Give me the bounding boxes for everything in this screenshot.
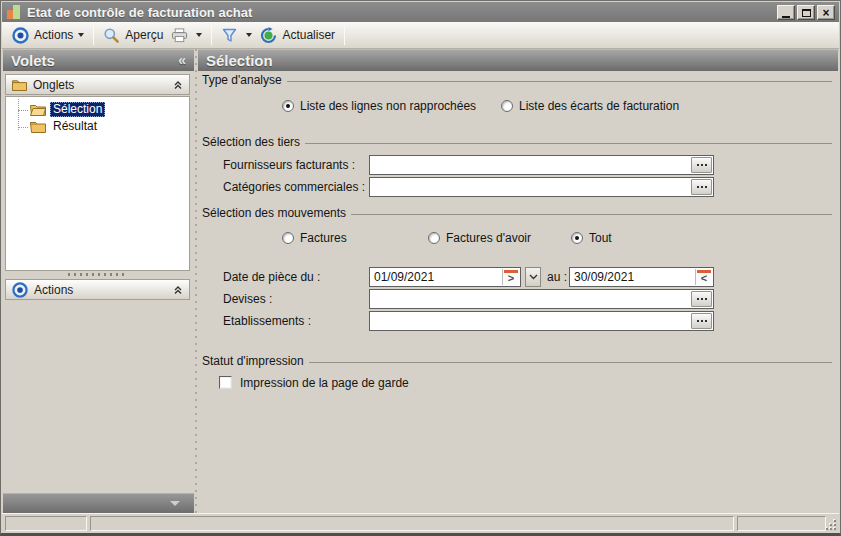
page-garde-label: Impression de la page de garde [240, 376, 409, 390]
folder-open-icon [30, 103, 46, 116]
categories-field [369, 177, 714, 197]
refresh-icon [260, 27, 277, 44]
devises-label: Devises : [223, 289, 272, 309]
arrow-right-icon: > [508, 271, 514, 285]
au-label: au : [547, 267, 567, 287]
vertical-splitter-handle[interactable] [195, 49, 197, 513]
filter-dropdown-button[interactable] [242, 31, 256, 39]
devises-field [369, 289, 714, 309]
radio-ecarts-facturation-label: Liste des écarts de facturation [519, 99, 679, 113]
chevron-down-icon [78, 33, 84, 37]
status-bar [2, 513, 839, 533]
actions-panel-header[interactable]: Actions [5, 279, 190, 300]
collapse-panel-icon[interactable] [173, 80, 183, 90]
fournisseurs-browse-button[interactable] [691, 157, 712, 173]
target-icon [12, 27, 29, 44]
tiers-legend: Sélection des tiers [202, 135, 300, 149]
chevron-down-icon [196, 33, 202, 37]
devises-input[interactable] [372, 291, 689, 307]
tree-connector [18, 110, 28, 111]
date-to-value[interactable]: 30/09/2021 [574, 270, 634, 284]
radio-tout[interactable]: Tout [571, 230, 612, 246]
radio-tout-label: Tout [589, 231, 612, 245]
maximize-button[interactable] [797, 5, 815, 20]
tree-connector [18, 99, 19, 130]
tree-item-selection-label: Sélection [50, 102, 105, 117]
radio-icon [282, 100, 294, 112]
radio-icon [428, 232, 440, 244]
fournisseurs-field [369, 155, 714, 175]
mouvements-group: Sélection des mouvements [202, 206, 832, 220]
actualiser-label: Actualiser [282, 28, 335, 42]
target-icon [12, 282, 28, 298]
etablissements-browse-button[interactable] [691, 313, 712, 329]
radio-lignes-non-rapprochees-label: Liste des lignes non rapprochées [300, 99, 476, 113]
app-icon [7, 5, 21, 19]
date-piece-label: Date de pièce du : [223, 267, 320, 287]
radio-icon [282, 232, 294, 244]
filter-button[interactable] [217, 25, 242, 46]
status-cell-middle [90, 516, 734, 531]
onglets-panel-label: Onglets [33, 78, 74, 92]
etablissements-label: Etablissements : [223, 311, 311, 331]
impression-legend: Statut d'impression [202, 354, 304, 368]
radio-factures-avoir[interactable]: Factures d'avoir [428, 230, 531, 246]
tiers-group: Sélection des tiers [202, 135, 832, 149]
collapse-sidebar-button[interactable]: « [178, 52, 186, 68]
mouvements-legend: Sélection des mouvements [202, 206, 346, 220]
etablissements-input[interactable] [372, 313, 689, 329]
actions-menu-button[interactable]: Actions [8, 25, 88, 46]
toolbar-separator [211, 25, 212, 45]
actualiser-button[interactable]: Actualiser [256, 25, 339, 46]
devises-browse-button[interactable] [691, 291, 712, 307]
date-to-field: 30/09/2021 < [569, 267, 714, 287]
title-bar: Etat de contrôle de facturation achat × [2, 2, 839, 22]
magnifier-icon [103, 27, 120, 44]
radio-lignes-non-rapprochees[interactable]: Liste des lignes non rapprochées [282, 98, 476, 114]
minimize-button[interactable] [777, 5, 795, 20]
main-panel-header: Sélection [198, 49, 838, 71]
tree-connector [18, 127, 28, 128]
radio-factures-label: Factures [300, 231, 347, 245]
page-garde-checkbox[interactable] [219, 376, 232, 389]
sidebar: Onglets Sélection Résultat Actions [3, 71, 194, 493]
toolbar: Actions Aperçu [2, 22, 839, 49]
date-prev-button[interactable]: < [695, 269, 712, 285]
apercu-button[interactable]: Aperçu [99, 25, 167, 46]
radio-icon [501, 100, 513, 112]
sidebar-splitter-handle[interactable] [68, 273, 126, 276]
status-cell-left [5, 516, 87, 531]
sidebar-header: Volets « [3, 49, 194, 71]
application-window: Etat de contrôle de facturation achat × … [0, 0, 841, 536]
impression-group: Statut d'impression [202, 354, 832, 368]
radio-factures-avoir-label: Factures d'avoir [446, 231, 531, 245]
close-button[interactable]: × [817, 5, 835, 20]
selection-form: Type d'analyse Liste des lignes non rapp… [198, 71, 838, 513]
chevron-down-icon [170, 501, 180, 506]
collapse-panel-icon[interactable] [173, 285, 183, 295]
filter-funnel-icon [221, 27, 238, 44]
print-button[interactable] [167, 25, 192, 46]
categories-input[interactable] [372, 179, 689, 195]
tree-item-resultat-label: Résultat [50, 119, 100, 134]
categories-label: Catégories commerciales : [223, 177, 365, 197]
window-title: Etat de contrôle de facturation achat [27, 5, 252, 20]
printer-icon [171, 27, 188, 44]
onglets-panel-header[interactable]: Onglets [5, 74, 190, 95]
radio-ecarts-facturation[interactable]: Liste des écarts de facturation [501, 98, 679, 114]
type-analyse-legend: Type d'analyse [202, 73, 282, 87]
status-cell-right [737, 516, 826, 531]
toolbar-separator [344, 25, 345, 45]
onglets-tree: Sélection Résultat [5, 96, 190, 271]
close-icon: × [822, 7, 829, 19]
date-from-value[interactable]: 01/09/2021 [374, 270, 434, 284]
chevron-down-icon [529, 274, 538, 280]
date-dropdown-button[interactable] [525, 267, 541, 287]
categories-browse-button[interactable] [691, 179, 712, 195]
resize-grip[interactable] [826, 520, 836, 530]
print-dropdown-button[interactable] [192, 31, 206, 39]
date-next-button[interactable]: > [502, 269, 519, 285]
sidebar-bottom-bar[interactable] [3, 493, 194, 513]
radio-factures[interactable]: Factures [282, 230, 347, 246]
fournisseurs-input[interactable] [372, 157, 689, 173]
